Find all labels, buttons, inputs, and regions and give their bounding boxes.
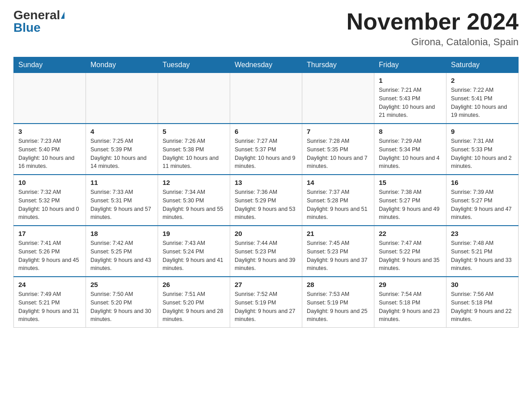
day-number: 24 <box>18 281 81 288</box>
day-info: Sunrise: 7:34 AMSunset: 5:30 PMDaylight:… <box>163 188 225 222</box>
header-cell-thursday: Thursday <box>302 57 374 73</box>
calendar-cell: 14Sunrise: 7:37 AMSunset: 5:28 PMDayligh… <box>302 175 374 226</box>
calendar-cell <box>158 73 230 124</box>
header-cell-tuesday: Tuesday <box>158 57 230 73</box>
day-number: 23 <box>451 230 514 237</box>
calendar-cell: 17Sunrise: 7:41 AMSunset: 5:26 PMDayligh… <box>14 226 86 277</box>
calendar-cell <box>302 73 374 124</box>
day-number: 22 <box>379 230 442 237</box>
day-number: 9 <box>451 128 514 135</box>
calendar-cell: 3Sunrise: 7:23 AMSunset: 5:40 PMDaylight… <box>14 124 86 175</box>
calendar-cell: 24Sunrise: 7:49 AMSunset: 5:21 PMDayligh… <box>14 277 86 328</box>
day-info: Sunrise: 7:26 AMSunset: 5:38 PMDaylight:… <box>163 137 225 171</box>
calendar-cell: 23Sunrise: 7:48 AMSunset: 5:21 PMDayligh… <box>446 226 519 277</box>
day-info: Sunrise: 7:21 AMSunset: 5:43 PMDaylight:… <box>379 86 442 120</box>
calendar-cell: 25Sunrise: 7:50 AMSunset: 5:20 PMDayligh… <box>86 277 158 328</box>
day-number: 1 <box>379 77 442 84</box>
calendar-cell: 2Sunrise: 7:22 AMSunset: 5:41 PMDaylight… <box>446 73 519 124</box>
logo-general-text: General <box>13 9 60 21</box>
day-number: 28 <box>307 281 369 288</box>
day-number: 14 <box>307 179 369 186</box>
calendar-cell: 16Sunrise: 7:39 AMSunset: 5:27 PMDayligh… <box>446 175 519 226</box>
header-cell-monday: Monday <box>86 57 158 73</box>
calendar-cell: 9Sunrise: 7:31 AMSunset: 5:33 PMDaylight… <box>446 124 519 175</box>
day-number: 10 <box>18 179 81 186</box>
calendar-cell <box>230 73 302 124</box>
calendar-cell: 30Sunrise: 7:56 AMSunset: 5:18 PMDayligh… <box>446 277 519 328</box>
day-number: 21 <box>307 230 369 237</box>
day-number: 5 <box>163 128 225 135</box>
day-info: Sunrise: 7:27 AMSunset: 5:37 PMDaylight:… <box>235 137 297 171</box>
calendar-cell: 10Sunrise: 7:32 AMSunset: 5:32 PMDayligh… <box>14 175 86 226</box>
day-info: Sunrise: 7:32 AMSunset: 5:32 PMDaylight:… <box>18 188 81 222</box>
day-info: Sunrise: 7:52 AMSunset: 5:19 PMDaylight:… <box>235 290 297 324</box>
calendar-cell: 7Sunrise: 7:28 AMSunset: 5:35 PMDaylight… <box>302 124 374 175</box>
header-cell-saturday: Saturday <box>446 57 519 73</box>
calendar-cell: 19Sunrise: 7:43 AMSunset: 5:24 PMDayligh… <box>158 226 230 277</box>
header-cell-wednesday: Wednesday <box>230 57 302 73</box>
calendar-cell: 8Sunrise: 7:29 AMSunset: 5:34 PMDaylight… <box>374 124 446 175</box>
calendar-cell: 29Sunrise: 7:54 AMSunset: 5:18 PMDayligh… <box>374 277 446 328</box>
logo-triangle-icon <box>61 12 64 19</box>
page-header: General Blue November 2024 Girona, Catal… <box>13 9 519 48</box>
calendar-body: 1Sunrise: 7:21 AMSunset: 5:43 PMDaylight… <box>14 73 519 328</box>
day-number: 8 <box>379 128 442 135</box>
calendar-cell: 18Sunrise: 7:42 AMSunset: 5:25 PMDayligh… <box>86 226 158 277</box>
day-number: 18 <box>90 230 153 237</box>
calendar-cell: 27Sunrise: 7:52 AMSunset: 5:19 PMDayligh… <box>230 277 302 328</box>
logo: General Blue <box>13 9 64 34</box>
day-info: Sunrise: 7:51 AMSunset: 5:20 PMDaylight:… <box>163 290 225 324</box>
header-cell-friday: Friday <box>374 57 446 73</box>
calendar-week-row: 1Sunrise: 7:21 AMSunset: 5:43 PMDaylight… <box>14 73 519 124</box>
logo-blue-text: Blue <box>13 21 41 34</box>
calendar-cell: 12Sunrise: 7:34 AMSunset: 5:30 PMDayligh… <box>158 175 230 226</box>
calendar-cell: 6Sunrise: 7:27 AMSunset: 5:37 PMDaylight… <box>230 124 302 175</box>
calendar-cell: 28Sunrise: 7:53 AMSunset: 5:19 PMDayligh… <box>302 277 374 328</box>
calendar-week-row: 10Sunrise: 7:32 AMSunset: 5:32 PMDayligh… <box>14 175 519 226</box>
day-info: Sunrise: 7:39 AMSunset: 5:27 PMDaylight:… <box>451 188 514 222</box>
header-row: SundayMondayTuesdayWednesdayThursdayFrid… <box>14 57 519 73</box>
day-info: Sunrise: 7:48 AMSunset: 5:21 PMDaylight:… <box>451 239 514 273</box>
title-section: November 2024 Girona, Catalonia, Spain <box>347 9 519 48</box>
calendar-cell: 4Sunrise: 7:25 AMSunset: 5:39 PMDaylight… <box>86 124 158 175</box>
day-number: 27 <box>235 281 297 288</box>
day-number: 19 <box>163 230 225 237</box>
day-number: 25 <box>90 281 153 288</box>
calendar-cell: 26Sunrise: 7:51 AMSunset: 5:20 PMDayligh… <box>158 277 230 328</box>
day-info: Sunrise: 7:23 AMSunset: 5:40 PMDaylight:… <box>18 137 81 171</box>
calendar-cell: 20Sunrise: 7:44 AMSunset: 5:23 PMDayligh… <box>230 226 302 277</box>
day-info: Sunrise: 7:22 AMSunset: 5:41 PMDaylight:… <box>451 86 514 120</box>
calendar-header: SundayMondayTuesdayWednesdayThursdayFrid… <box>14 57 519 73</box>
location-text: Girona, Catalonia, Spain <box>347 36 519 48</box>
day-number: 2 <box>451 77 514 84</box>
day-number: 20 <box>235 230 297 237</box>
day-info: Sunrise: 7:25 AMSunset: 5:39 PMDaylight:… <box>90 137 153 171</box>
day-info: Sunrise: 7:28 AMSunset: 5:35 PMDaylight:… <box>307 137 369 171</box>
day-number: 3 <box>18 128 81 135</box>
calendar-cell: 15Sunrise: 7:38 AMSunset: 5:27 PMDayligh… <box>374 175 446 226</box>
calendar-week-row: 17Sunrise: 7:41 AMSunset: 5:26 PMDayligh… <box>14 226 519 277</box>
calendar-cell: 21Sunrise: 7:45 AMSunset: 5:23 PMDayligh… <box>302 226 374 277</box>
calendar-cell <box>86 73 158 124</box>
day-info: Sunrise: 7:38 AMSunset: 5:27 PMDaylight:… <box>379 188 442 222</box>
day-number: 16 <box>451 179 514 186</box>
day-info: Sunrise: 7:29 AMSunset: 5:34 PMDaylight:… <box>379 137 442 171</box>
day-info: Sunrise: 7:53 AMSunset: 5:19 PMDaylight:… <box>307 290 369 324</box>
day-number: 13 <box>235 179 297 186</box>
calendar-cell <box>14 73 86 124</box>
day-info: Sunrise: 7:33 AMSunset: 5:31 PMDaylight:… <box>90 188 153 222</box>
day-number: 17 <box>18 230 81 237</box>
day-number: 11 <box>90 179 153 186</box>
day-info: Sunrise: 7:47 AMSunset: 5:22 PMDaylight:… <box>379 239 442 273</box>
day-info: Sunrise: 7:49 AMSunset: 5:21 PMDaylight:… <box>18 290 81 324</box>
day-info: Sunrise: 7:37 AMSunset: 5:28 PMDaylight:… <box>307 188 369 222</box>
day-info: Sunrise: 7:43 AMSunset: 5:24 PMDaylight:… <box>163 239 225 273</box>
day-info: Sunrise: 7:50 AMSunset: 5:20 PMDaylight:… <box>90 290 153 324</box>
day-number: 12 <box>163 179 225 186</box>
day-info: Sunrise: 7:45 AMSunset: 5:23 PMDaylight:… <box>307 239 369 273</box>
day-info: Sunrise: 7:31 AMSunset: 5:33 PMDaylight:… <box>451 137 514 171</box>
calendar-table: SundayMondayTuesdayWednesdayThursdayFrid… <box>13 57 519 328</box>
day-number: 4 <box>90 128 153 135</box>
day-info: Sunrise: 7:44 AMSunset: 5:23 PMDaylight:… <box>235 239 297 273</box>
day-info: Sunrise: 7:41 AMSunset: 5:26 PMDaylight:… <box>18 239 81 273</box>
